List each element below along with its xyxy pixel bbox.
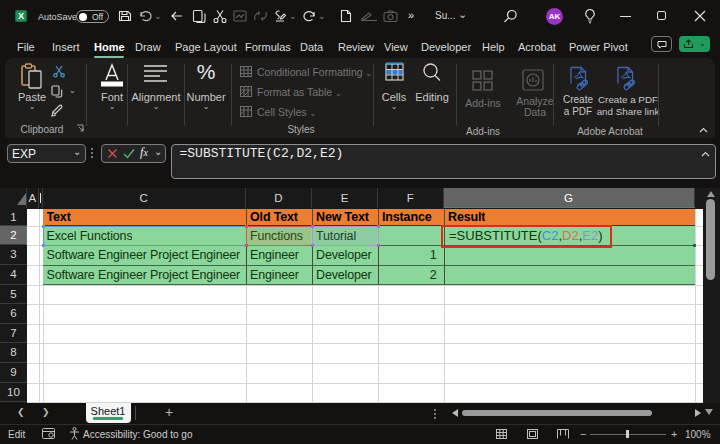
svg-text:X: X [18, 11, 25, 21]
